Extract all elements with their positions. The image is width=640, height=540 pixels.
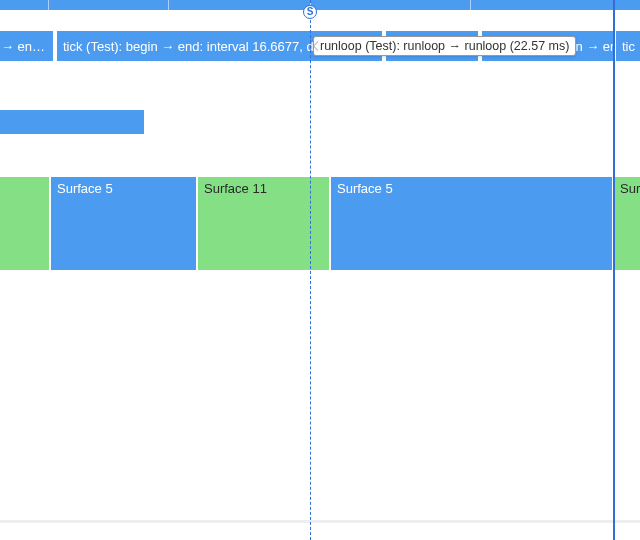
tick-span[interactable]: …gin → en… xyxy=(0,30,54,62)
subtrack xyxy=(0,110,144,134)
ruler-tick xyxy=(613,0,614,10)
surface-span[interactable]: Surface 5 xyxy=(50,176,197,271)
span-label: Surface 11 xyxy=(204,181,267,196)
span-label: Surface 5 xyxy=(337,181,393,196)
surfaces-track[interactable] xyxy=(0,405,640,460)
surface-span[interactable]: Surface 5 xyxy=(330,176,613,271)
span-tooltip: runloop (Test): runloop → runloop (22.57… xyxy=(313,36,576,56)
span-label: Sur xyxy=(620,181,640,196)
whitebar-span[interactable] xyxy=(0,78,143,110)
surface-span[interactable]: Surface 11 xyxy=(197,176,330,271)
ruler-tick xyxy=(48,0,49,10)
tooltip-text: runloop (Test): runloop → runloop (22.57… xyxy=(320,39,569,53)
span-label: Surface 5 xyxy=(57,181,113,196)
frequency-track xyxy=(0,474,640,523)
tick-track[interactable] xyxy=(0,78,640,110)
tick-span[interactable]: tic xyxy=(615,30,640,62)
purple-track[interactable]: Surface 5Surface 11Surface 5Sur xyxy=(0,176,640,271)
ruler-tick xyxy=(168,0,169,10)
surface-span[interactable] xyxy=(0,176,50,271)
surface-span[interactable]: Sur xyxy=(613,176,640,271)
span-label: …gin → en… xyxy=(0,39,45,54)
ruler-track[interactable] xyxy=(0,0,640,10)
s-marker-icon[interactable]: S xyxy=(303,5,317,19)
ruler-tick xyxy=(470,0,471,10)
span-label: tic xyxy=(622,39,635,54)
